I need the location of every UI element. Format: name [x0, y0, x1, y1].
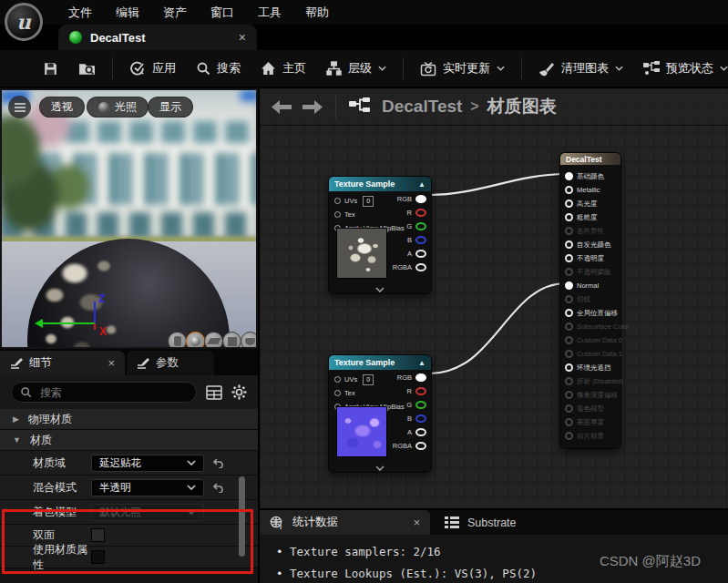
menu-item-工具[interactable]: 工具: [246, 0, 293, 25]
search-button[interactable]: 搜索: [186, 55, 251, 82]
home-button[interactable]: 主页: [251, 55, 316, 82]
collapse-chevron-icon[interactable]: ▲: [418, 359, 426, 367]
output-pin-icon-a[interactable]: [415, 250, 426, 258]
pin-circle-icon[interactable]: [565, 254, 573, 262]
output-pin-icon-rgba[interactable]: [415, 263, 426, 271]
section-material[interactable]: ▼ 材质: [0, 430, 258, 451]
reset-to-default-icon[interactable]: [213, 483, 225, 493]
blend-mode-dropdown[interactable]: 半透明: [91, 479, 204, 496]
result-pin[interactable]: 高光度: [565, 197, 620, 210]
menu-item-文件[interactable]: 文件: [56, 0, 104, 25]
back-arrow-icon[interactable]: [272, 100, 292, 114]
pin-circle-icon[interactable]: [565, 213, 573, 221]
output-pin-icon-b[interactable]: [415, 236, 426, 244]
two-sided-checkbox[interactable]: [91, 528, 105, 542]
output-pin-icon-r[interactable]: [415, 209, 426, 217]
pin-circle-icon[interactable]: [565, 281, 573, 290]
node-title-bar[interactable]: Texture Sample ▲: [329, 177, 431, 191]
output-pin-row[interactable]: RGB: [393, 192, 426, 206]
pin-circle-icon[interactable]: [565, 363, 573, 372]
input-pin-icon[interactable]: [334, 390, 341, 396]
save-button[interactable]: [33, 55, 68, 82]
output-pin-icon-rgb[interactable]: [415, 195, 426, 203]
preview-state-button[interactable]: 预览状态: [633, 55, 728, 82]
result-pin[interactable]: 基础颜色: [565, 169, 620, 183]
pin-circle-icon[interactable]: [565, 186, 573, 194]
browse-asset-button[interactable]: [68, 55, 106, 82]
lit-mode-button[interactable]: 光照: [87, 97, 149, 118]
result-pin[interactable]: 全局位置偏移: [565, 306, 620, 320]
output-pin-icon-b[interactable]: [415, 414, 426, 423]
clean-graph-button[interactable]: 清理图表: [528, 55, 633, 82]
details-search-input[interactable]: [38, 385, 179, 400]
input-pin-icon[interactable]: [334, 211, 341, 218]
collapse-chevron-icon[interactable]: ▲: [418, 180, 426, 189]
output-pin-row[interactable]: A: [393, 425, 426, 439]
shape-plane-button[interactable]: [204, 332, 223, 349]
live-update-button[interactable]: 实时更新: [410, 55, 515, 82]
output-pin-icon-rgb[interactable]: [415, 373, 426, 382]
output-pin-row[interactable]: RGBA: [393, 261, 426, 274]
result-pin[interactable]: 自发光颜色: [565, 238, 620, 251]
material-graph-canvas[interactable]: DecalTest > 材质图表 Texture Sample ▲ UVs0Te…: [258, 88, 728, 508]
shape-cylinder-button[interactable]: [168, 332, 187, 349]
pin-circle-icon[interactable]: [565, 199, 573, 208]
texture-sample-node-1[interactable]: Texture Sample ▲ UVs0TexApply View MipBi…: [328, 176, 432, 294]
tab-stats[interactable]: i 统计数据 ×: [260, 510, 430, 535]
display-filter-icon[interactable]: [206, 385, 222, 400]
asset-tab-decaltest[interactable]: DecalTest ×: [58, 25, 257, 50]
output-pin-icon-rgba[interactable]: [415, 442, 426, 450]
output-pin-icon-g[interactable]: [415, 222, 426, 230]
gear-icon[interactable]: [231, 384, 247, 400]
pin-circle-icon[interactable]: [565, 309, 573, 317]
stats-tab-close-icon[interactable]: ×: [414, 517, 420, 529]
shape-sphere-button[interactable]: [186, 332, 205, 349]
menu-item-资产[interactable]: 资产: [151, 0, 199, 25]
material-result-node[interactable]: DecalTest 基础颜色Metallic高光度粗糙度各向异性自发光颜色不透明…: [559, 152, 621, 449]
texture-sample-node-2[interactable]: Texture Sample ▲ UVs0TexApply View MipBi…: [328, 354, 432, 473]
result-pin[interactable]: Normal: [565, 279, 620, 292]
result-pin[interactable]: 环境光遮挡: [565, 361, 620, 374]
shape-custom-mesh-button[interactable]: [241, 332, 258, 349]
output-pin-row[interactable]: G: [393, 220, 426, 233]
viewport-options-button[interactable]: [8, 96, 31, 118]
reset-to-default-icon[interactable]: [213, 458, 225, 468]
output-pin-row[interactable]: RGB: [393, 371, 426, 384]
details-search-box[interactable]: [11, 382, 197, 403]
tab-substrate[interactable]: Substrate: [430, 517, 531, 529]
material-preview-viewport[interactable]: 透视 光照 显示 Z X: [0, 88, 258, 349]
apply-button[interactable]: 应用: [119, 55, 186, 82]
output-pin-icon-g[interactable]: [415, 401, 426, 409]
menu-item-窗口[interactable]: 窗口: [199, 0, 246, 25]
result-pin[interactable]: Metallic: [565, 183, 620, 197]
result-pin[interactable]: 不透明度: [565, 251, 620, 265]
pin-circle-icon[interactable]: [565, 240, 573, 249]
perspective-button[interactable]: 透视: [39, 97, 85, 118]
output-pin-row[interactable]: R: [393, 384, 426, 398]
pin-circle-icon[interactable]: [565, 172, 573, 180]
menu-item-编辑[interactable]: 编辑: [104, 0, 151, 25]
material-domain-dropdown[interactable]: 延迟贴花: [91, 455, 204, 472]
output-pin-row[interactable]: B: [393, 233, 426, 247]
menu-item-帮助[interactable]: 帮助: [293, 0, 341, 25]
breadcrumb-root[interactable]: DecalTest: [382, 97, 462, 117]
input-pin-icon[interactable]: [334, 198, 341, 204]
details-scrollbar[interactable]: [239, 476, 245, 557]
show-button[interactable]: 显示: [148, 97, 193, 118]
details-tab-close-icon[interactable]: ×: [108, 356, 115, 370]
expand-chevron-icon[interactable]: [375, 465, 385, 471]
section-physical-material[interactable]: ▶ 物理材质: [0, 409, 258, 430]
node-title-bar[interactable]: DecalTest: [560, 153, 620, 165]
node-title-bar[interactable]: Texture Sample ▲: [329, 355, 431, 370]
uvs-value-box[interactable]: 0: [363, 196, 374, 207]
result-pin[interactable]: 粗糙度: [565, 210, 620, 224]
output-pin-row[interactable]: A: [393, 247, 426, 261]
output-pin-row[interactable]: R: [393, 206, 426, 220]
tab-close-icon[interactable]: ×: [239, 31, 246, 44]
unreal-logo-icon[interactable]: u: [5, 3, 43, 41]
output-pin-icon-r[interactable]: [415, 387, 426, 395]
expand-chevron-icon[interactable]: [375, 287, 385, 292]
output-pin-row[interactable]: B: [393, 412, 426, 425]
input-pin-icon[interactable]: [334, 376, 341, 383]
uvs-value-box[interactable]: 0: [363, 374, 374, 385]
